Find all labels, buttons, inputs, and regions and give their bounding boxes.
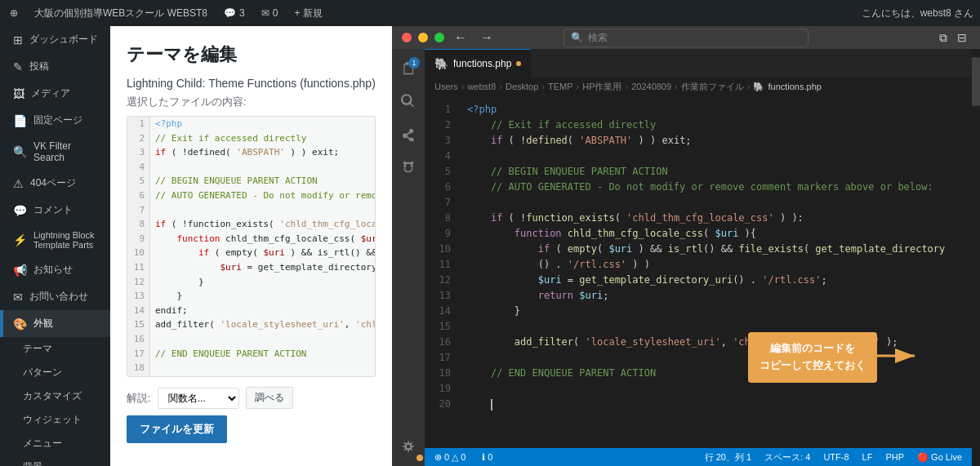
split-editor-button[interactable]: ⧉ [936,29,951,47]
breadcrumb-file[interactable]: functions.php [768,82,821,91]
breadcrumb-users[interactable]: Users [434,82,458,91]
lightning-icon: ⚡ [13,233,27,246]
function-select[interactable]: 関数名... [158,388,239,409]
vs-line-11: 11 () . '/rtl.css' ) ) [425,257,972,273]
statusbar-go-live[interactable]: 🔴 Go Live [914,451,965,464]
search-button[interactable]: 調べる [246,387,293,409]
vs-line-7: 7 [425,195,972,211]
statusbar-encoding[interactable]: UTF-8 [820,451,852,464]
code-line-15: 15 add_filter( 'locale_stylesheet_uri', … [127,317,375,332]
vscode-activity-bar: 1 [392,49,425,466]
tl-close[interactable] [402,33,412,42]
new-post-link[interactable]: + 新規 [291,0,325,26]
nav-back-button[interactable]: ← [451,30,470,45]
warning-icon: △ [452,452,458,463]
statusbar-errors[interactable]: ⊗ 0 △ 0 [431,452,469,463]
code-line-8: 8 if ( !function_exists( 'chld_thm_cfg_l… [127,217,375,232]
sidebar-item-404[interactable]: ⚠ 404ページ [0,170,110,197]
sidebar-item-menu[interactable]: メニュー [0,432,110,455]
site-name[interactable]: 大阪の個別指導WEBスクール WEBST8 [31,0,211,26]
vs-line-1: 1 <?php [425,102,972,118]
sidebar-item-vk-filter[interactable]: 🔍 VK Filter Search [0,134,110,170]
nav-forward-button[interactable]: → [477,30,497,45]
code-line-5: 5 // BEGIN ENQUEUE PARENT ACTION [127,174,375,189]
search-icon: 🔍 [571,32,583,43]
breadcrumb-webst8[interactable]: webst8 [467,82,496,91]
unsaved-indicator [516,61,521,66]
file-label: 選択したファイルの内容: [127,95,376,109]
breadcrumb-temp[interactable]: TEMP [548,82,573,91]
sidebar-item-posts[interactable]: ✎ 投稿 [0,53,110,80]
vs-line-16: 16 add_filter( 'locale_stylesheet_uri', … [425,335,972,350]
vs-line-2: 2 // Exit if accessed directly [425,118,972,133]
code-line-7: 7 [127,203,375,218]
vscode-breadcrumb: Users › webst8 › Desktop › TEMP › HP作業用 … [425,78,972,95]
titlebar-right: ⧉ ⊟ [936,29,970,47]
activity-source-control[interactable] [395,121,421,147]
sidebar-item-pages[interactable]: 📄 固定ページ [0,107,110,134]
statusbar-line-ending[interactable]: LF [859,451,876,464]
sidebar-item-pattern[interactable]: パターン [0,361,110,384]
notices-icon: 📢 [13,264,27,277]
activity-settings[interactable] [395,433,421,459]
messages-link[interactable]: ✉ 0 [258,0,282,26]
vscode-statusbar: ⊗ 0 △ 0 ℹ 0 行 20、列 1 スペース: 4 [425,448,972,466]
vs-line-3: 3 if ( !defined( 'ABSPATH' ) ) exit; [425,133,972,149]
vscode-scrollbar[interactable] [972,49,980,466]
sidebar-item-bg[interactable]: 背景 [0,455,110,466]
settings-notification [416,455,423,461]
activity-debug[interactable] [395,153,421,180]
sidebar-item-contact[interactable]: ✉ お問い合わせ [0,283,110,310]
code-editor[interactable]: 1 <?php 2 // Exit if accessed directly 3… [127,116,376,377]
contact-icon: ✉ [13,291,23,304]
sidebar-item-theme[interactable]: テーマ [0,337,110,361]
statusbar-language[interactable]: PHP [882,451,907,464]
breadcrumb-hp[interactable]: HP作業用 [582,81,621,93]
vs-line-8: 8 if ( !function_exists( 'chld_thm_cfg_l… [425,211,972,226]
tl-minimize[interactable] [418,33,428,42]
tab-functions-php[interactable]: 🐘 functions.php [425,49,531,78]
vscode-editor: 🐘 functions.php Users › webst8 › Desktop… [425,49,972,466]
sidebar-item-customize[interactable]: カスタマイズ [0,384,110,408]
wp-logo[interactable]: ⊕ [7,0,21,26]
sidebar-item-lightning[interactable]: ⚡ Lightning Block Template Parts [0,224,110,256]
files-badge: 1 [408,57,420,69]
dashboard-icon: ⊞ [13,33,23,47]
comments-link[interactable]: 💬 3 [220,0,248,26]
vk-icon: 🔍 [13,145,27,158]
layout-button[interactable]: ⊟ [954,29,970,47]
breadcrumb-before[interactable]: 作業前ファイル [681,81,744,93]
sidebar-item-notices[interactable]: 📢 お知らせ [0,256,110,283]
activity-files[interactable]: 1 [395,55,421,82]
statusbar-info[interactable]: ℹ 0 [479,452,496,463]
messages-icon: ✉ [261,7,270,19]
scrollbar-thumb[interactable] [972,57,980,106]
code-line-18: 18 [127,361,375,375]
code-line-13: 13 } [127,289,375,304]
statusbar-right: 行 20、列 1 スペース: 4 UTF-8 LF PHP [702,451,965,464]
sidebar-item-dashboard[interactable]: ⊞ ダッシュボード [0,26,110,53]
breadcrumb-icon: 🐘 [753,82,764,92]
sidebar-item-widgets[interactable]: ウィジェット [0,408,110,432]
breadcrumb-date[interactable]: 20240809 [631,82,671,91]
sidebar-item-comments[interactable]: 💬 コメント [0,197,110,224]
vscode-wrapper: 1 [392,49,980,466]
vscode-titlebar: ← → 🔍 検索 ⧉ ⊟ [392,26,980,49]
activity-search[interactable] [395,88,421,114]
content-bottom: 解説: 関数名... 調べる [127,387,376,409]
sidebar-item-appearance[interactable]: 🎨 外観 [0,310,110,337]
statusbar-spaces[interactable]: スペース: 4 [761,451,813,464]
code-line-11: 11 $uri = get_template_directory_uri() .… [127,260,375,275]
vs-line-15: 15 [425,319,972,335]
vs-line-5: 5 // BEGIN ENQUEUE PARENT ACTION [425,164,972,180]
vscode-search-bar[interactable]: 🔍 検索 [564,29,808,47]
vs-line-4: 4 [425,149,972,164]
breadcrumb-desktop[interactable]: Desktop [506,82,538,91]
statusbar-position[interactable]: 行 20、列 1 [702,451,755,464]
update-file-button[interactable]: ファイルを更新 [127,415,227,443]
tl-maximize[interactable] [434,33,444,42]
search-placeholder: 検索 [588,31,608,45]
sidebar-item-media[interactable]: 🖼 メディア [0,80,110,107]
vs-line-14: 14 } [425,304,972,319]
vscode-code[interactable]: 1 <?php 2 // Exit if accessed directly 3… [425,95,972,448]
